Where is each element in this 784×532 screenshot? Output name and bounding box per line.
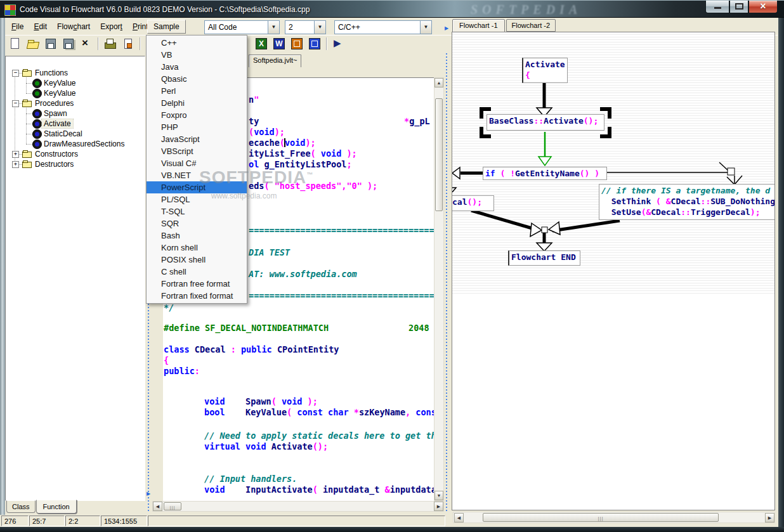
tree-item-staticdecal[interactable]: StaticDecal bbox=[6, 129, 145, 139]
collapse-icon[interactable]: − bbox=[12, 100, 19, 107]
tree-item-label[interactable]: DrawMeasuredSections bbox=[42, 139, 126, 148]
minimize-button[interactable] bbox=[705, 1, 729, 13]
language-menu-item-pl-sql[interactable]: PL/SQL bbox=[147, 193, 247, 205]
close-file-icon[interactable] bbox=[80, 37, 93, 50]
tree-item-label[interactable]: Activate bbox=[42, 119, 73, 128]
tree-item-constructors[interactable]: +Constructors bbox=[6, 149, 145, 159]
flow-targetname-comment[interactable]: // if there IS a targetname, the d SetTh… bbox=[599, 184, 775, 220]
flow-if-getentityname[interactable]: if ( !GetEntityName() ) bbox=[483, 167, 607, 180]
chevron-down-icon[interactable]: ▼ bbox=[268, 21, 279, 34]
maximize-button[interactable] bbox=[729, 1, 748, 13]
chevron-down-icon[interactable]: ▼ bbox=[314, 21, 325, 34]
language-menu-item-perl[interactable]: Perl bbox=[147, 85, 247, 97]
tab-flowchart-2[interactable]: Flowchart -2 bbox=[506, 19, 556, 32]
scroll-down-icon[interactable]: ▼ bbox=[434, 491, 443, 500]
tab-class[interactable]: Class bbox=[6, 500, 36, 513]
expand-icon[interactable]: + bbox=[12, 151, 19, 158]
print-icon[interactable] bbox=[104, 37, 117, 50]
editor-hscrollbar-thumb[interactable] bbox=[164, 502, 181, 510]
tree-item-spawn[interactable]: Spawn bbox=[6, 108, 145, 119]
flow-staticdecal-call[interactable]: cal(); bbox=[452, 195, 494, 211]
tree-item-label[interactable]: Procedures bbox=[33, 99, 75, 108]
editor-vscrollbar[interactable]: ▲ ▼ bbox=[434, 77, 444, 501]
language-menu-item-powerscript[interactable]: PowerScript bbox=[147, 181, 247, 193]
run-icon[interactable] bbox=[332, 37, 345, 50]
language-menu-item-c[interactable]: C++ bbox=[147, 37, 247, 49]
scroll-right-icon[interactable]: ▶ bbox=[434, 502, 443, 511]
language-menu-item-bash[interactable]: Bash bbox=[147, 230, 247, 242]
chevron-down-icon[interactable]: ▼ bbox=[420, 21, 431, 34]
tree-item-functions[interactable]: −Functions bbox=[6, 68, 145, 78]
language-menu-item-vb[interactable]: VB bbox=[147, 49, 247, 61]
tree-item-label[interactable]: Destructors bbox=[33, 160, 75, 169]
language-menu-item-foxpro[interactable]: Foxpro bbox=[147, 109, 247, 121]
editor-hscrollbar[interactable]: ◀ ▶ bbox=[152, 501, 444, 512]
menu-item-export[interactable]: Export bbox=[95, 20, 127, 34]
tree-item-destructors[interactable]: +Destructors bbox=[6, 159, 145, 169]
language-menu-item-fortran-fixed-format[interactable]: Fortran fixed format bbox=[147, 290, 247, 302]
flow-end[interactable]: Flowchart END bbox=[508, 250, 580, 266]
language-menu-item-c-shell[interactable]: C shell bbox=[147, 266, 247, 278]
language-menu-item-javascript[interactable]: JavaScript bbox=[147, 133, 247, 145]
scroll-right-icon[interactable]: ▶ bbox=[765, 513, 774, 522]
language-menu-item-sqr[interactable]: SQR bbox=[147, 217, 247, 230]
splitter-arrow-icon[interactable]: ▶ bbox=[147, 491, 150, 496]
splitter-arrow-icon[interactable]: ▶ bbox=[445, 25, 448, 31]
tab-flowchart-1[interactable]: Flowchart -1 bbox=[452, 19, 505, 32]
language-menu-item-posix-shell[interactable]: POSIX shell bbox=[147, 254, 247, 266]
tree-item-keyvalue[interactable]: KeyValue bbox=[6, 78, 145, 88]
tree-item-procedures[interactable]: −Procedures bbox=[6, 98, 145, 108]
export-powerpoint-icon[interactable] bbox=[291, 37, 303, 50]
code-token: ==================================== bbox=[249, 225, 434, 235]
flowchart-hscrollbar-thumb[interactable] bbox=[483, 513, 719, 522]
menu-item-file[interactable]: File bbox=[6, 20, 29, 34]
expand-icon[interactable]: + bbox=[12, 161, 19, 168]
language-combo[interactable]: C/C++▼ bbox=[334, 20, 432, 34]
tree-item-keyvalue[interactable]: KeyValue bbox=[6, 88, 145, 98]
language-menu-item-visual-c[interactable]: Visual C# bbox=[147, 157, 247, 169]
language-menu-item-vbscript[interactable]: VBScript bbox=[147, 145, 247, 157]
export-word-icon[interactable]: W bbox=[273, 37, 285, 50]
language-menu-item-delphi[interactable]: Delphi bbox=[147, 97, 247, 109]
language-menu-item-vb-net[interactable]: VB.NET bbox=[147, 169, 247, 181]
menu-item-flowchart[interactable]: Flowchart bbox=[52, 20, 95, 34]
editor-vscrollbar-thumb[interactable] bbox=[435, 98, 443, 211]
save-all-icon[interactable] bbox=[62, 37, 75, 50]
menu-item-edit[interactable]: Edit bbox=[29, 20, 52, 34]
code-scope-combo[interactable]: All Code▼ bbox=[204, 20, 280, 34]
flow-start[interactable]: Activate{ bbox=[522, 58, 568, 83]
tree-item-label[interactable]: Constructors bbox=[33, 150, 80, 159]
language-menu-item-t-sql[interactable]: T-SQL bbox=[147, 205, 247, 217]
language-menu-item-korn-shell[interactable]: Korn shell bbox=[147, 242, 247, 254]
scroll-left-icon[interactable]: ◀ bbox=[454, 513, 464, 522]
new-document-icon[interactable] bbox=[9, 37, 22, 50]
print-preview-icon[interactable] bbox=[122, 37, 134, 50]
export-visio-icon[interactable] bbox=[308, 37, 321, 50]
menu-item-sample[interactable]: Sample bbox=[147, 20, 186, 34]
tree-item-label[interactable]: KeyValue bbox=[42, 79, 77, 88]
tree-item-drawmeasuredsections[interactable]: DrawMeasuredSections bbox=[6, 139, 145, 149]
tree-item-label[interactable]: Spawn bbox=[42, 109, 69, 118]
tree-item-label[interactable]: Functions bbox=[33, 68, 70, 77]
splitter-editor-flowchart[interactable]: ▶ ▶ bbox=[444, 53, 450, 511]
language-menu-item-fortran-free-format[interactable]: Fortran free format bbox=[147, 278, 247, 290]
language-menu-item-qbasic[interactable]: Qbasic bbox=[147, 73, 247, 85]
editor-file-tab[interactable]: Softpedia.jvlt~ bbox=[249, 55, 301, 67]
scroll-up-icon[interactable]: ▲ bbox=[434, 78, 443, 88]
close-button[interactable] bbox=[748, 1, 778, 13]
tree-item-activate[interactable]: Activate bbox=[6, 119, 145, 129]
tree-item-label[interactable]: StaticDecal bbox=[42, 129, 84, 138]
language-menu-item-java[interactable]: Java bbox=[147, 61, 247, 73]
flowchart-canvas[interactable]: Activate{BaseClass::Activate();if ( !Get… bbox=[452, 32, 775, 510]
scroll-left-icon[interactable]: ◀ bbox=[153, 502, 162, 511]
collapse-icon[interactable]: − bbox=[12, 70, 19, 77]
save-icon[interactable] bbox=[44, 37, 57, 50]
export-excel-icon[interactable]: X bbox=[255, 37, 268, 50]
language-menu-item-php[interactable]: PHP bbox=[147, 121, 247, 133]
flow-baseclass-activate[interactable]: BaseClass::Activate(); bbox=[487, 114, 604, 131]
tab-function[interactable]: Function bbox=[36, 500, 77, 514]
open-folder-icon[interactable] bbox=[27, 37, 39, 50]
zoom-level-combo[interactable]: 2▼ bbox=[285, 20, 326, 34]
flowchart-hscrollbar[interactable]: ◀ ▶ bbox=[453, 512, 775, 523]
tree-item-label[interactable]: KeyValue bbox=[42, 89, 77, 98]
